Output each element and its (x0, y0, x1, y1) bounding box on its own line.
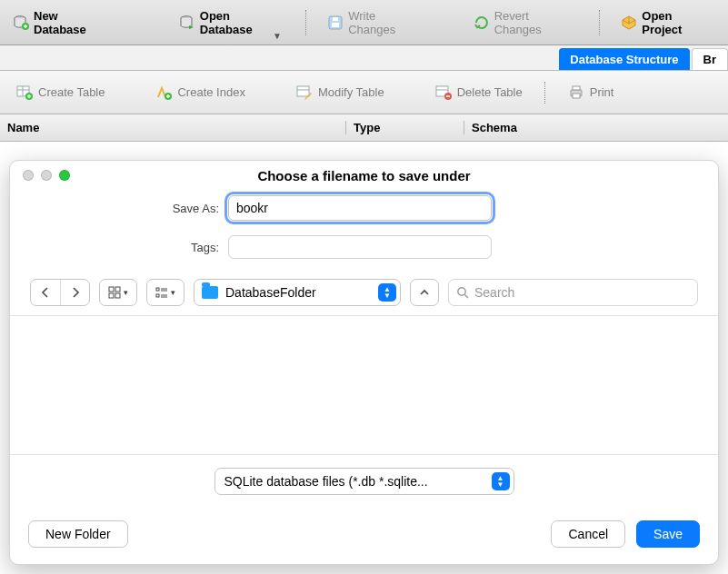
column-header-schema[interactable]: Schema (464, 121, 728, 134)
svg-rect-24 (156, 294, 159, 297)
nav-back-button[interactable] (31, 280, 60, 305)
table-add-icon (16, 84, 33, 101)
action-separator (539, 76, 552, 109)
svg-rect-5 (333, 17, 338, 21)
svg-rect-11 (297, 86, 309, 96)
write-changes-button[interactable]: Write Changes (322, 5, 432, 40)
table-header: Name Type Schema (0, 114, 728, 142)
updown-icon: ▲▼ (492, 472, 510, 490)
folder-icon (202, 286, 218, 299)
chevron-down-icon: ▾ (124, 288, 128, 297)
svg-point-29 (458, 288, 465, 295)
svg-rect-19 (109, 287, 114, 292)
tab-bar: Database Structure Br (0, 45, 728, 71)
new-database-button[interactable]: New Database (7, 5, 119, 40)
nav-back-forward (30, 279, 90, 306)
column-header-type[interactable]: Type (345, 121, 464, 134)
save-as-input[interactable] (228, 195, 492, 221)
save-icon (327, 15, 344, 31)
index-icon (155, 84, 172, 101)
search-field[interactable]: Search (448, 279, 698, 306)
new-database-label: New Database (34, 9, 114, 36)
printer-icon (568, 84, 584, 101)
tags-input[interactable] (228, 235, 492, 259)
toolbar-separator (593, 6, 606, 39)
database-new-icon (13, 15, 29, 31)
tab-browse-data[interactable]: Br (692, 48, 728, 70)
create-index-label: Create Index (177, 85, 244, 99)
svg-rect-4 (332, 23, 339, 27)
grid-view-icon: ▾ (100, 280, 136, 305)
modify-table-label: Modify Table (318, 85, 384, 99)
main-toolbar: New Database Open Database ▼ Write Chang… (0, 0, 728, 45)
chevron-down-icon[interactable]: ▼ (273, 31, 282, 41)
open-project-button[interactable]: Open Project (615, 5, 721, 40)
group-by-selector[interactable]: ▾ (146, 279, 184, 306)
chevron-left-icon (41, 287, 50, 298)
create-table-button[interactable]: Create Table (9, 81, 112, 104)
database-open-icon (179, 15, 195, 31)
chevron-up-icon (419, 287, 430, 298)
table-delete-icon (435, 84, 452, 101)
tab-database-structure-label: Database Structure (570, 53, 678, 66)
chevron-right-icon (71, 287, 80, 298)
delete-table-button[interactable]: Delete Table (428, 81, 530, 104)
search-placeholder: Search (474, 285, 514, 300)
file-list-area[interactable] (10, 315, 718, 455)
folder-selector[interactable]: DatabaseFolder ▲▼ (194, 279, 401, 306)
table-edit-icon (296, 84, 313, 101)
cancel-label: Cancel (568, 527, 608, 541)
new-folder-button[interactable]: New Folder (28, 520, 128, 548)
save-as-label: Save As: (10, 202, 228, 215)
action-toolbar: Create Table Create Index Modify Table D… (0, 71, 728, 114)
svg-rect-21 (109, 293, 114, 298)
tab-browse-data-label: Br (703, 53, 716, 66)
svg-rect-23 (156, 288, 159, 291)
revert-changes-button[interactable]: Revert Changes (468, 5, 585, 40)
svg-rect-20 (115, 287, 120, 292)
svg-line-30 (464, 294, 468, 298)
create-table-label: Create Table (38, 85, 105, 99)
nav-forward-button[interactable] (60, 280, 89, 305)
folder-name: DatabaseFolder (225, 285, 316, 300)
revert-icon (474, 15, 490, 31)
save-button[interactable]: Save (636, 520, 700, 548)
tab-database-structure[interactable]: Database Structure (559, 48, 689, 70)
write-changes-label: Write Changes (348, 9, 426, 36)
toolbar-separator (300, 6, 313, 39)
dialog-title: Choose a filename to save under (10, 168, 718, 183)
svg-rect-22 (115, 293, 120, 298)
list-view-icon: ▾ (147, 280, 184, 305)
new-folder-label: New Folder (45, 527, 111, 541)
file-type-label: SQLite database files (*.db *.sqlite... (224, 474, 428, 489)
project-icon (621, 15, 637, 31)
cancel-button[interactable]: Cancel (551, 520, 625, 548)
modify-table-button[interactable]: Modify Table (289, 81, 392, 104)
finder-nav-row: ▾ ▾ DatabaseFolder ▲▼ Search (10, 266, 718, 315)
file-type-selector[interactable]: SQLite database files (*.db *.sqlite... … (214, 468, 514, 495)
open-project-label: Open Project (642, 9, 715, 36)
revert-changes-label: Revert Changes (494, 9, 580, 36)
column-header-name[interactable]: Name (0, 121, 345, 134)
svg-rect-17 (573, 86, 580, 90)
svg-rect-18 (573, 94, 580, 98)
save-label: Save (653, 527, 683, 541)
collapse-button[interactable] (410, 279, 439, 306)
view-mode-selector[interactable]: ▾ (99, 279, 137, 306)
delete-table-label: Delete Table (457, 85, 523, 99)
create-index-button[interactable]: Create Index (148, 81, 252, 104)
save-dialog: Choose a filename to save under Save As:… (9, 160, 719, 565)
updown-icon: ▲▼ (378, 283, 396, 302)
chevron-down-icon: ▾ (171, 288, 175, 297)
print-button[interactable]: Print (561, 81, 622, 104)
print-label: Print (590, 85, 614, 99)
tags-label: Tags: (10, 241, 228, 254)
search-icon (456, 286, 469, 299)
